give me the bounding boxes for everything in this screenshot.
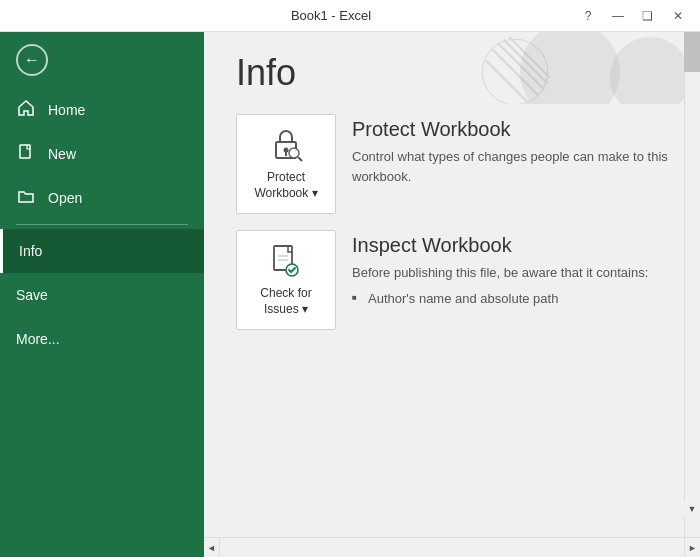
sidebar: ← Home New — [0, 32, 204, 557]
sidebar-home-label: Home — [48, 102, 85, 118]
sidebar-item-more[interactable]: More... — [0, 317, 204, 361]
sidebar-info-label: Info — [19, 243, 42, 259]
vertical-scrollbar-track[interactable]: ▲ ▼ — [684, 32, 700, 537]
protect-workbook-icon-label: ProtectWorkbook ▾ — [254, 170, 317, 201]
sidebar-item-home[interactable]: Home — [0, 88, 204, 132]
protect-workbook-card: ProtectWorkbook ▾ Protect Workbook Contr… — [236, 114, 668, 214]
nav-divider — [16, 224, 188, 225]
minimize-button[interactable]: — — [604, 6, 632, 26]
sidebar-item-new[interactable]: New — [0, 132, 204, 176]
sidebar-nav: Home New Open — [0, 88, 204, 557]
h-scrollbar-arrow-left[interactable]: ◄ — [204, 538, 220, 558]
title-bar: Book1 - Excel ? — ❑ ✕ — [0, 0, 700, 32]
list-item: Author's name and absolute path — [352, 289, 668, 309]
main-layout: ← Home New — [0, 32, 700, 557]
sidebar-new-label: New — [48, 146, 76, 162]
content-area: Info ProtectWorkbook ▾ — [204, 32, 700, 557]
protect-workbook-title: Protect Workbook — [352, 118, 668, 141]
protect-workbook-text: Protect Workbook Control what types of c… — [352, 114, 668, 186]
sidebar-item-save[interactable]: Save — [0, 273, 204, 317]
inspect-icon — [268, 242, 304, 282]
window-controls: ? — ❑ ✕ — [574, 6, 692, 26]
window-title: Book1 - Excel — [291, 8, 371, 23]
content-header: Info — [204, 32, 700, 104]
protect-workbook-button[interactable]: ProtectWorkbook ▾ — [236, 114, 336, 214]
svg-line-11 — [298, 157, 302, 161]
h-scrollbar-arrow-right[interactable]: ► — [684, 538, 700, 558]
back-button[interactable]: ← — [0, 32, 204, 88]
sidebar-open-label: Open — [48, 190, 82, 206]
sidebar-more-label: More... — [16, 331, 60, 347]
open-icon — [16, 187, 36, 209]
svg-point-10 — [289, 148, 299, 158]
cards-area: ProtectWorkbook ▾ Protect Workbook Contr… — [204, 104, 700, 537]
inspect-workbook-title: Inspect Workbook — [352, 234, 668, 257]
scrollbar-thumb[interactable] — [684, 32, 700, 72]
inspect-workbook-list: Author's name and absolute path — [352, 289, 668, 309]
back-icon: ← — [16, 44, 48, 76]
page-title: Info — [236, 52, 668, 94]
check-issues-button[interactable]: Check forIssues ▾ — [236, 230, 336, 330]
horizontal-scrollbar: ◄ ► — [204, 537, 700, 557]
sidebar-item-open[interactable]: Open — [0, 176, 204, 220]
scrollbar-arrow-down[interactable]: ▼ — [684, 501, 700, 517]
help-button[interactable]: ? — [574, 6, 602, 26]
protect-workbook-desc: Control what types of changes people can… — [352, 147, 668, 186]
home-icon — [16, 99, 36, 121]
sidebar-item-info[interactable]: Info — [0, 229, 204, 273]
check-issues-icon-label: Check forIssues ▾ — [260, 286, 311, 317]
lock-icon — [268, 126, 304, 166]
inspect-workbook-desc: Before publishing this file, be aware th… — [352, 263, 668, 283]
close-button[interactable]: ✕ — [664, 6, 692, 26]
svg-rect-0 — [20, 145, 30, 158]
inspect-workbook-text: Inspect Workbook Before publishing this … — [352, 230, 668, 308]
svg-point-8 — [284, 148, 289, 153]
inspect-workbook-card: Check forIssues ▾ Inspect Workbook Befor… — [236, 230, 668, 330]
sidebar-save-label: Save — [16, 287, 48, 303]
new-icon — [16, 143, 36, 165]
maximize-button[interactable]: ❑ — [634, 6, 662, 26]
